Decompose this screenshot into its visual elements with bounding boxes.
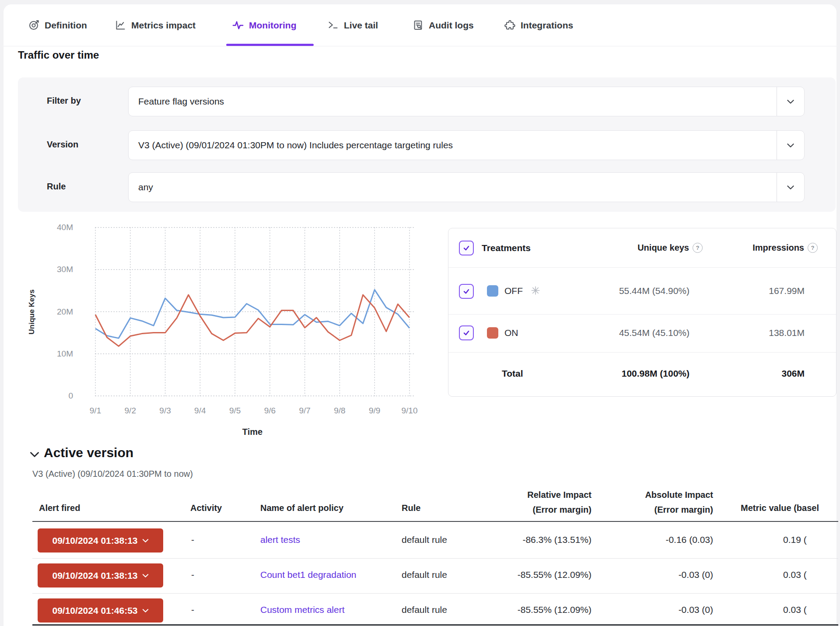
y-tick-label: 40M (26, 223, 73, 232)
table-header-rule (32, 521, 838, 522)
tab-live-tail[interactable]: Live tail (327, 4, 378, 46)
dropdown-chevron[interactable] (777, 87, 804, 116)
unique-keys-header: Unique keys ? (637, 243, 703, 253)
x-tick-label: 9/7 (290, 406, 320, 416)
col-rule: Rule (402, 503, 420, 513)
check-icon (462, 287, 471, 296)
snowflake-icon (531, 286, 540, 295)
impressions-header: Impressions ? (752, 243, 818, 253)
integrations-icon (504, 19, 516, 31)
chevron-down-icon (787, 185, 794, 190)
absolute-impact-cell: -0.16 (0.03) (665, 535, 713, 545)
row-divider (32, 558, 838, 559)
x-tick-label: 9/4 (185, 406, 215, 416)
col-alert-fired: Alert fired (39, 503, 80, 513)
treatment-off-checkbox[interactable] (459, 284, 474, 299)
x-tick-label: 9/6 (255, 406, 285, 416)
on-unique-keys: 45.54M (45.10%) (619, 328, 690, 338)
active-version-title[interactable]: Active version (44, 445, 133, 460)
alert-fired-button[interactable]: 09/10/2024 01:38:13 (38, 528, 163, 553)
monitoring-page: Definition Metrics impact Monitoring Liv… (0, 0, 840, 626)
activity-cell: - (191, 605, 194, 615)
alert-policy-link[interactable]: Count bet1 degradation (260, 570, 357, 580)
rule-cell: default rule (402, 570, 447, 580)
absolute-impact-cell: -0.03 (0) (679, 605, 713, 615)
row-divider (448, 352, 836, 353)
rule-label: Rule (47, 182, 66, 192)
active-version-subtitle: V3 (Active) (09/10/2024 01:30PM to now) (32, 469, 193, 479)
page-title: Traffic over time (18, 49, 99, 61)
alert-fired-button[interactable]: 09/10/2024 01:38:13 (38, 563, 163, 588)
y-tick-label: 0 (26, 391, 73, 401)
x-tick-label: 9/8 (324, 406, 355, 416)
x-axis-title: Time (95, 427, 410, 437)
tab-audit-logs[interactable]: Audit logs (412, 4, 474, 46)
tab-definition[interactable]: Definition (28, 4, 87, 46)
audit-logs-icon (412, 19, 424, 31)
definition-icon (28, 19, 40, 31)
collapse-chevron-icon[interactable] (30, 451, 39, 458)
tabbar-divider (4, 46, 836, 46)
tab-label: Audit logs (429, 20, 474, 31)
filter-by-value: Feature flag versions (138, 87, 224, 116)
version-select[interactable]: V3 (Active) (09/01/2024 01:30PM to now) … (128, 130, 805, 160)
rule-select[interactable]: any (128, 172, 805, 202)
alert-policy-link[interactable]: Custom metrics alert (260, 605, 345, 615)
absolute-impact-line1: Absolute Impact (645, 490, 713, 500)
total-unique-keys: 100.98M (100%) (622, 368, 690, 379)
on-series-swatch (487, 327, 498, 339)
treatment-off-label: OFF (504, 286, 523, 296)
rule-cell: default rule (402, 535, 447, 545)
x-tick-label: 9/3 (150, 406, 181, 416)
relative-impact-line2: (Error margin) (533, 505, 592, 514)
chevron-down-icon (142, 574, 149, 578)
chevron-down-icon (787, 99, 794, 104)
treatments-header: Treatments (482, 243, 531, 253)
off-impressions: 167.99M (769, 286, 805, 296)
row-divider (448, 314, 836, 315)
question-circle-icon[interactable]: ? (808, 243, 818, 253)
filter-by-label: Filter by (47, 96, 81, 106)
filter-by-select[interactable]: Feature flag versions (128, 87, 805, 116)
relative-impact-cell: -85.55% (12.09%) (518, 570, 592, 580)
activity-cell: - (191, 535, 194, 545)
check-icon (462, 329, 471, 337)
dropdown-chevron[interactable] (777, 173, 804, 202)
y-tick-label: 10M (26, 349, 73, 359)
dropdown-chevron[interactable] (777, 131, 804, 160)
check-icon (462, 244, 471, 252)
relative-impact-line1: Relative Impact (527, 490, 592, 500)
alert-fired-timestamp: 09/10/2024 01:46:53 (52, 605, 138, 616)
chevron-down-icon (787, 143, 794, 148)
alert-policy-link[interactable]: alert tests (260, 535, 300, 545)
tab-integrations[interactable]: Integrations (504, 4, 573, 46)
select-all-treatments-checkbox[interactable] (459, 241, 474, 255)
x-tick-label: 9/1 (80, 406, 111, 416)
alert-fired-button[interactable]: 09/10/2024 01:46:53 (38, 598, 163, 623)
tab-metrics-impact[interactable]: Metrics impact (115, 4, 196, 46)
treatment-on-checkbox[interactable] (459, 325, 474, 340)
tab-label: Definition (45, 20, 87, 31)
y-tick-label: 30M (26, 265, 73, 274)
chevron-down-icon (142, 609, 149, 613)
monitoring-icon (232, 19, 244, 31)
tab-label: Metrics impact (131, 20, 196, 31)
x-tick-label: 9/5 (220, 406, 250, 416)
version-value: V3 (Active) (09/01/2024 01:30PM to now) … (138, 131, 453, 160)
tab-label: Live tail (344, 20, 378, 31)
row-divider (32, 593, 838, 594)
total-label: Total (502, 368, 523, 379)
treatments-summary-card: Treatments Unique keys ? Impressions ? O… (448, 228, 836, 397)
x-tick-label: 9/9 (359, 406, 390, 416)
y-tick-label: 20M (26, 307, 73, 317)
alert-fired-timestamp: 09/10/2024 01:38:13 (52, 535, 138, 546)
activity-cell: - (191, 570, 194, 580)
x-tick-label: 9/10 (394, 406, 425, 416)
treatment-on-label: ON (504, 328, 518, 338)
question-circle-icon[interactable]: ? (693, 243, 703, 253)
col-activity: Activity (190, 503, 222, 513)
on-impressions: 138.01M (769, 328, 805, 338)
relative-impact-cell: -86.3% (13.51%) (522, 535, 592, 545)
alert-fired-timestamp: 09/10/2024 01:38:13 (52, 570, 138, 581)
tab-monitoring[interactable]: Monitoring (232, 4, 296, 46)
